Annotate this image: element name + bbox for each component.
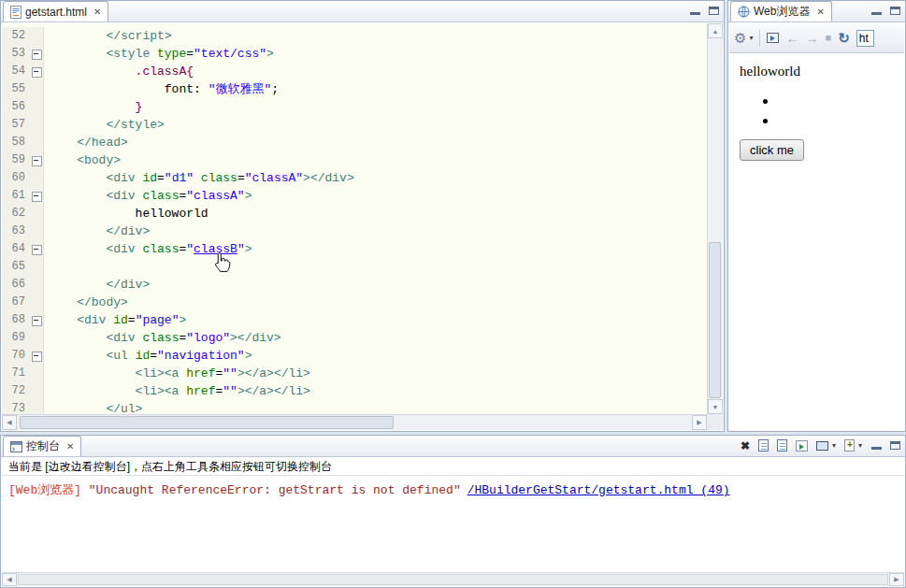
editor-horizontal-scrollbar[interactable]: ◀ ▶ — [2, 414, 707, 430]
fold-gutter — [30, 258, 44, 276]
browser-tab-label: Web浏览器 — [754, 4, 810, 20]
chevron-down-icon[interactable]: ▾ — [832, 441, 836, 450]
back-icon[interactable]: ← — [785, 32, 798, 45]
code-line[interactable]: 58 </head> — [2, 134, 707, 151]
line-number: 59 — [2, 151, 30, 169]
fold-gutter — [30, 365, 44, 382]
fold-collapse-icon[interactable] — [30, 240, 44, 258]
code-text: </ul> — [44, 400, 142, 414]
console-horizontal-scrollbar[interactable]: ◀ ▶ — [2, 572, 904, 586]
line-number: 60 — [2, 169, 30, 187]
line-number: 55 — [2, 80, 30, 98]
forward-icon[interactable]: → — [805, 32, 818, 45]
scroll-left-icon[interactable]: ◀ — [2, 415, 17, 430]
code-editor[interactable]: 52 </script>53 <style type="text/css">54… — [2, 23, 707, 414]
display-console-icon[interactable] — [816, 441, 828, 451]
fold-collapse-icon[interactable] — [30, 151, 44, 169]
scroll-up-icon[interactable]: ▲ — [708, 23, 723, 38]
scroll-down-icon[interactable]: ▼ — [708, 399, 723, 414]
tab-web-browser[interactable]: Web浏览器 ✕ — [730, 1, 832, 22]
editor-vertical-scrollbar[interactable]: ▲ ▼ — [707, 23, 723, 414]
browser-globe-icon — [738, 6, 750, 18]
code-line[interactable]: 64 <div class="classB"> — [2, 240, 707, 258]
code-line[interactable]: 56 } — [2, 98, 707, 116]
clear-console-icon[interactable]: ✖ — [741, 440, 750, 452]
maximize-button[interactable] — [890, 441, 900, 450]
fold-collapse-icon[interactable] — [30, 63, 44, 80]
code-text: } — [44, 98, 142, 116]
code-line[interactable]: 61 <div class="classA"> — [2, 187, 707, 205]
close-tab-icon[interactable]: ✕ — [93, 7, 101, 17]
scroll-right-icon[interactable]: ▶ — [692, 415, 707, 430]
maximize-button[interactable] — [709, 7, 719, 15]
code-line[interactable]: 52 </script> — [2, 27, 707, 45]
horizontal-scroll-thumb[interactable] — [20, 416, 394, 429]
open-external-browser-icon[interactable] — [767, 33, 779, 43]
tab-getstart-html[interactable]: getstart.html ✕ — [3, 1, 108, 22]
code-line[interactable]: 68 <div id="page"> — [2, 311, 707, 329]
code-text: <li><a href=""></a></li> — [44, 382, 310, 400]
code-line[interactable]: 66 </div> — [2, 276, 707, 294]
code-text: font: "微软雅黑"; — [44, 80, 279, 98]
code-text: </body> — [44, 294, 128, 311]
fold-gutter — [30, 134, 44, 151]
chevron-down-icon[interactable]: ▾ — [858, 441, 862, 450]
code-line[interactable]: 55 font: "微软雅黑"; — [2, 80, 707, 98]
list-bullet — [763, 99, 768, 104]
url-input[interactable] — [856, 30, 874, 47]
stop-icon[interactable]: ■ — [825, 33, 831, 43]
chevron-down-icon[interactable]: ▾ — [749, 34, 753, 42]
scroll-left-icon[interactable]: ◀ — [2, 573, 17, 586]
line-number: 69 — [2, 329, 30, 347]
copy-log-icon[interactable] — [758, 439, 769, 452]
settings-gear-icon[interactable]: ⚙ — [734, 31, 746, 45]
fold-collapse-icon[interactable] — [30, 311, 44, 329]
minimize-button[interactable] — [690, 7, 700, 15]
code-text: <style type="text/css"> — [44, 45, 274, 63]
code-line[interactable]: 62 helloworld — [2, 205, 707, 222]
code-line[interactable]: 63 </div> — [2, 222, 707, 240]
vertical-scroll-thumb[interactable] — [709, 242, 721, 398]
code-line[interactable]: 69 <div class="logo"></div> — [2, 329, 707, 347]
hbuilder-window: getstart.html ✕ 52 </script>53 <style ty… — [0, 0, 906, 588]
maximize-button[interactable] — [890, 7, 900, 15]
code-line[interactable]: 70 <ul id="navigation"> — [2, 347, 707, 365]
code-line[interactable]: 54 .classA{ — [2, 63, 707, 80]
code-text: .classA{ — [44, 63, 194, 80]
fold-collapse-icon[interactable] — [30, 45, 44, 63]
scroll-right-icon[interactable]: ▶ — [889, 573, 904, 586]
open-console-icon[interactable] — [844, 439, 855, 452]
minimize-button[interactable] — [871, 7, 882, 15]
fold-gutter — [30, 400, 44, 414]
code-line[interactable]: 72 <li><a href=""></a></li> — [2, 382, 707, 400]
code-line[interactable]: 57 </style> — [2, 116, 707, 134]
console-tabbar: 控制台 ✕ ✖ ▾ ▾ — [1, 436, 905, 457]
console-tab-label: 控制台 — [26, 438, 60, 454]
refresh-icon[interactable]: ↻ — [838, 31, 850, 45]
code-text: <div class="logo"></div> — [44, 329, 281, 347]
code-line[interactable]: 71 <li><a href=""></a></li> — [2, 365, 707, 382]
click-me-button[interactable]: click me — [740, 139, 804, 161]
fold-collapse-icon[interactable] — [30, 347, 44, 365]
code-line[interactable]: 59 <body> — [2, 151, 707, 169]
tab-console[interactable]: 控制台 ✕ — [3, 436, 81, 456]
fold-collapse-icon[interactable] — [30, 187, 44, 205]
line-number: 62 — [2, 205, 30, 222]
code-line[interactable]: 53 <style type="text/css"> — [2, 45, 707, 63]
code-text: <div id="page"> — [44, 311, 186, 329]
save-log-icon[interactable] — [777, 439, 787, 452]
code-line[interactable]: 60 <div id="d1" class="classA"></div> — [2, 169, 707, 187]
export-console-icon[interactable] — [796, 440, 808, 452]
browser-tabbar: Web浏览器 ✕ — [728, 1, 905, 22]
error-source-label: [Web浏览器] — [8, 483, 81, 497]
close-tab-icon[interactable]: ✕ — [816, 7, 824, 17]
minimize-button[interactable] — [871, 441, 882, 450]
code-line[interactable]: 65 — [2, 258, 707, 276]
error-file-link[interactable]: /HBuilderGetStart/getstart.html (49) — [467, 483, 730, 497]
console-scroll-thumb[interactable] — [18, 574, 888, 585]
error-message-text: "Uncaught ReferenceError: getStrart is n… — [81, 483, 461, 497]
code-line[interactable]: 73 </ul> — [2, 400, 707, 414]
close-tab-icon[interactable]: ✕ — [66, 441, 74, 452]
web-browser-panel: Web浏览器 ✕ ⚙ ▾ ← → ■ ↻ helloworld click me — [727, 0, 906, 432]
code-line[interactable]: 67 </body> — [2, 294, 707, 311]
